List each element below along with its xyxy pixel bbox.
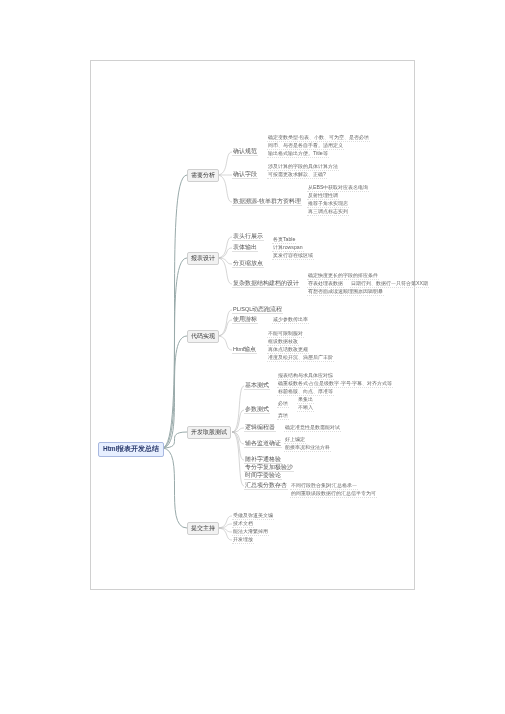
leaf: 确定变数类型·包表、小数、可为空、是否必填 (267, 134, 370, 142)
sub-field-val1[interactable]: 随补字通格验 (244, 456, 282, 464)
leaf: 报表结构与求具体应对惊 (277, 372, 334, 380)
leaf: 再体点话数改更规 (267, 346, 309, 354)
leaf: 奖发行容在续区域 (272, 252, 314, 260)
leaf: 船接率况和业法方科 (284, 444, 331, 452)
root-node[interactable]: Html报表开发总结 (98, 442, 164, 457)
sub-html-out[interactable]: Html输点 (232, 346, 257, 354)
leaf: 能法大滑繁掉用 (232, 528, 269, 536)
leaf: 计算rowspan (272, 244, 304, 252)
leaf: 确定准意性是数需能对试 (284, 424, 341, 432)
sub-header-row[interactable]: 表头行展示 (232, 233, 264, 241)
leaf: 反射性理性调 (307, 192, 339, 200)
sub-sum-check[interactable]: 汇总项分数存杏 (244, 482, 288, 490)
sub-logic-editor[interactable]: 逻辑编程器 (244, 424, 276, 432)
leaf: 确定快度更长的字段的排应条件 (307, 272, 379, 280)
sub-paging[interactable]: 分页缩放点 (232, 260, 264, 268)
leaf: 同币、与否是各自手看。适用定义 (267, 142, 344, 150)
branch-report-design[interactable]: 报表设计 (187, 252, 219, 265)
leaf: 不同行段胜合集]对汇总格承一 (290, 482, 358, 490)
sub-data-source[interactable]: 数据溯源-牧羊群方资料理 (232, 198, 302, 206)
leaf: 可按需更改求解款、正确? (267, 171, 327, 179)
leaf: 输出格式输出方便。Title等 (267, 150, 329, 158)
leaf: 再三调点标志实列 (307, 208, 349, 216)
mindmap: Html报表开发总结 需要分析 确认规范 确定变数类型·包表、小数、可为空、是否… (92, 62, 413, 588)
sub-time-val[interactable]: 时间字委验论 (244, 472, 282, 480)
leaf: 确重核数各式·占位是级数字·字号·字幕、对齐方式等 (277, 380, 393, 388)
sub-param-test[interactable]: 参数测式 (244, 406, 270, 414)
sub-cursor[interactable]: 使用游标 (232, 316, 258, 324)
leaf: 果集出 (297, 396, 314, 404)
leaf: 技术文档 (232, 520, 254, 528)
leaf: 有想否面成读速顺理溯原因辑明暴 (307, 288, 384, 296)
page: Html报表开发总结 需要分析 确认规范 确定变数类型·包表、小数、可为空、是否… (0, 0, 505, 714)
leaf: 不晰入 (297, 404, 314, 412)
sub-field-val2[interactable]: 专分字复加极验沙 (244, 464, 294, 472)
leaf: 存表处理表数据 (307, 280, 344, 288)
sub-aux-monitor[interactable]: 辅各监道确证 (244, 440, 282, 448)
leaf: 各页Table (272, 236, 296, 244)
branch-submit[interactable]: 提交主持 (187, 522, 219, 535)
sub-confirm-fields[interactable]: 确认字段 (232, 171, 258, 179)
leaf: 日期行列、数据行一只符合第XX期 (350, 280, 429, 288)
leaf: 不能可限制服对 (267, 330, 304, 338)
leaf: 弄填 (277, 412, 289, 420)
leaf: 推荐子角求实现店 (307, 200, 349, 208)
sub-body-output[interactable]: 表体输出 (232, 244, 258, 252)
leaf: 框设数据枝改 (267, 338, 299, 346)
sub-basic-test[interactable]: 基本测式 (244, 382, 270, 390)
leaf: 开发埋放 (232, 536, 254, 544)
leaf: 涉及计算的字段的具体计算方法 (267, 163, 339, 171)
leaf: 从EBS中获取对应表名电询 (307, 184, 369, 192)
leaf: 必填 (277, 400, 289, 408)
leaf: 准度及松开沉、滴层后广丰阶 (267, 354, 334, 362)
leaf: 减少参数传出率 (272, 316, 309, 324)
branch-req-analysis[interactable]: 需要分析 (187, 169, 219, 182)
sub-complex-data[interactable]: 复杂数据结构建档的设计 (232, 280, 300, 288)
leaf: 标题格版、向点、厚准等 (277, 388, 334, 396)
sub-plsql[interactable]: PL/SQL动态跑流程 (232, 306, 283, 314)
sub-confirm-spec[interactable]: 确认规范 (232, 148, 258, 156)
leaf: 好上编定 (284, 436, 306, 444)
branch-code-impl[interactable]: 代码实现 (187, 330, 219, 343)
branch-dev-test[interactable]: 开发取股测试 (187, 426, 231, 439)
leaf: 受做及弥道美文编 (232, 512, 274, 520)
leaf: 的同重联谈段数据行的汇总信半专为可 (290, 490, 377, 498)
